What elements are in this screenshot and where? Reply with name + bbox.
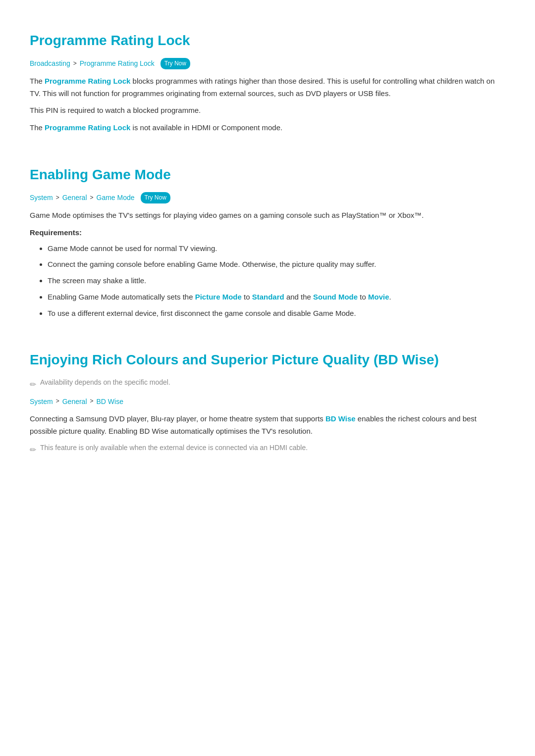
breadcrumb-bd-wise-link[interactable]: BD Wise [97, 396, 123, 407]
programme-rating-lock-body2: This PIN is required to watch a blocked … [30, 104, 505, 117]
breadcrumb-sep3: > [90, 193, 94, 202]
try-now-badge-2[interactable]: Try Now [141, 192, 170, 203]
requirement-2: Connect the gaming console before enabli… [48, 258, 505, 271]
programme-rating-lock-inline-link1[interactable]: Programme Rating Lock [45, 77, 130, 85]
breadcrumb-sep5: > [90, 397, 94, 406]
programme-rating-lock-body3: The Programme Rating Lock is not availab… [30, 122, 505, 134]
picture-mode-link[interactable]: Picture Mode [195, 293, 242, 301]
bd-wise-body1: Connecting a Samsung DVD player, Blu-ray… [30, 413, 505, 438]
breadcrumb-sep4: > [56, 397, 59, 406]
requirements-label: Requirements: [30, 227, 505, 239]
bd-wise-title: Enjoying Rich Colours and Superior Pictu… [30, 339, 505, 371]
breadcrumb-broadcasting-link[interactable]: Broadcasting [30, 58, 70, 69]
try-now-badge-1[interactable]: Try Now [160, 58, 190, 69]
breadcrumb-sep1: > [73, 59, 77, 68]
breadcrumb-general-link[interactable]: General [62, 192, 87, 203]
enabling-game-mode-title: Enabling Game Mode [30, 154, 505, 186]
programme-rating-lock-title: Programme Rating Lock [30, 20, 505, 52]
movie-link[interactable]: Movie [368, 293, 389, 301]
game-mode-requirements-list: Game Mode cannot be used for normal TV v… [30, 243, 505, 320]
bd-wise-note2: This feature is only available when the … [40, 443, 308, 454]
bd-wise-breadcrumb: System > General > BD Wise [30, 396, 505, 407]
bd-wise-note1: Availability depends on the specific mod… [40, 377, 170, 388]
enabling-game-mode-section: Enabling Game Mode System > General > Ga… [30, 154, 505, 319]
bd-wise-inline-link[interactable]: BD Wise [325, 414, 356, 423]
programme-rating-lock-body1: The Programme Rating Lock blocks program… [30, 75, 505, 100]
pencil-icon-1: ✏ [30, 378, 36, 391]
breadcrumb-game-mode-link[interactable]: Game Mode [97, 192, 135, 203]
breadcrumb-system-link[interactable]: System [30, 192, 53, 203]
programme-rating-lock-inline-link2[interactable]: Programme Rating Lock [45, 123, 130, 132]
pencil-icon-2: ✏ [30, 444, 36, 456]
requirement-4: Enabling Game Mode automatically sets th… [48, 291, 505, 303]
requirement-1: Game Mode cannot be used for normal TV v… [48, 243, 505, 255]
game-mode-breadcrumb: System > General > Game Mode Try Now [30, 192, 505, 203]
breadcrumb-system-link-2[interactable]: System [30, 396, 53, 407]
requirement-3: The screen may shake a little. [48, 275, 505, 287]
sound-mode-link[interactable]: Sound Mode [313, 293, 358, 301]
breadcrumb-sep2: > [56, 193, 59, 202]
game-mode-body1: Game Mode optimises the TV's settings fo… [30, 209, 505, 222]
requirement-5: To use a different external device, firs… [48, 307, 505, 320]
programme-rating-lock-breadcrumb: Broadcasting > Programme Rating Lock Try… [30, 58, 505, 69]
bd-wise-section: Enjoying Rich Colours and Superior Pictu… [30, 339, 505, 456]
standard-link[interactable]: Standard [252, 293, 284, 301]
breadcrumb-general-link-2[interactable]: General [62, 396, 87, 407]
bd-wise-note1-row: ✏ Availability depends on the specific m… [30, 377, 505, 391]
programme-rating-lock-section: Programme Rating Lock Broadcasting > Pro… [30, 20, 505, 134]
bd-wise-note2-row: ✏ This feature is only available when th… [30, 443, 505, 456]
breadcrumb-programme-rating-lock-link[interactable]: Programme Rating Lock [80, 58, 155, 69]
